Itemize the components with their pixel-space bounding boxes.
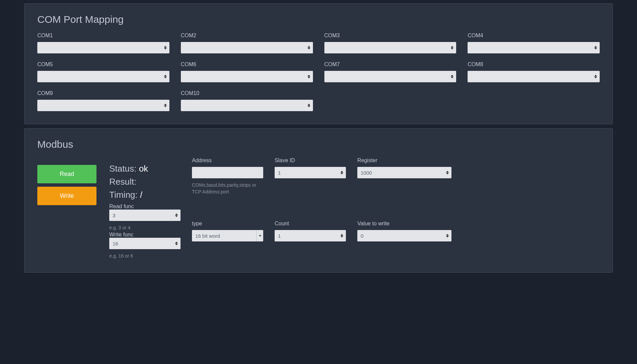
com5-spinner[interactable]	[164, 75, 167, 79]
write-func-input-wrap	[109, 238, 181, 249]
chevron-down-icon	[594, 48, 597, 50]
chevron-down-icon	[451, 48, 453, 50]
com3-spinner[interactable]	[451, 46, 453, 50]
status-and-func-column: Status: ok Result: Timing: / Read func	[109, 157, 181, 260]
chevron-up-icon	[308, 46, 310, 48]
com2-input-wrap	[181, 42, 313, 53]
chevron-up-icon	[594, 75, 597, 77]
com2-spinner[interactable]	[308, 46, 310, 50]
type-field: type	[192, 221, 263, 260]
com9-input[interactable]	[37, 100, 169, 111]
com4-input-wrap	[468, 42, 600, 53]
com7-input[interactable]	[324, 71, 456, 82]
writefunc-spinner[interactable]	[175, 242, 178, 245]
read-func-input-wrap	[109, 210, 181, 221]
read-func-input[interactable]	[109, 210, 181, 221]
chevron-up-icon	[594, 46, 597, 48]
write-func-help: e.g. 16 or 6	[109, 253, 181, 259]
slave-id-label: Slave ID	[275, 157, 346, 164]
com9-spinner[interactable]	[164, 104, 167, 107]
chevron-up-icon	[164, 46, 167, 48]
com3-input-wrap	[324, 42, 456, 53]
chevron-down-icon	[164, 48, 167, 50]
value-to-write-input[interactable]	[357, 230, 451, 241]
com8-spinner[interactable]	[594, 75, 597, 79]
chevron-down-icon	[175, 216, 178, 217]
write-func-input[interactable]	[109, 238, 181, 249]
chevron-down-icon	[308, 48, 310, 50]
write-func-label: Write func	[109, 232, 133, 237]
com2-field: COM2	[181, 33, 313, 53]
chevron-down-icon	[446, 236, 449, 238]
write-button[interactable]: Write	[37, 187, 96, 205]
count-input[interactable]	[275, 230, 346, 241]
status-value: ok	[139, 164, 148, 174]
chevron-up-icon	[451, 75, 453, 77]
chevron-down-icon	[164, 106, 167, 107]
chevron-up-icon	[164, 104, 167, 105]
chevron-up-icon	[164, 75, 167, 77]
com4-label: COM4	[468, 33, 600, 39]
chevron-down-icon	[446, 173, 449, 175]
com1-spinner[interactable]	[164, 46, 167, 50]
chevron-down-icon	[175, 244, 178, 245]
com1-input-wrap	[37, 42, 169, 53]
com1-input[interactable]	[37, 42, 169, 53]
type-select[interactable]	[192, 230, 263, 241]
com5-label: COM5	[37, 61, 169, 67]
read-func-help: e.g. 3 or 4	[109, 224, 181, 231]
count-spinner[interactable]	[341, 234, 343, 238]
timing-value: /	[140, 190, 143, 200]
chevron-down-icon	[164, 77, 167, 79]
com6-spinner[interactable]	[308, 75, 310, 79]
com2-input[interactable]	[181, 42, 313, 53]
register-field: Register	[357, 157, 451, 213]
com5-input[interactable]	[37, 71, 169, 82]
com10-field: COM10	[181, 90, 313, 111]
com3-label: COM3	[324, 33, 456, 39]
register-input[interactable]	[357, 167, 451, 178]
com1-label: COM1	[37, 33, 169, 39]
com6-input[interactable]	[181, 71, 313, 82]
chevron-up-icon	[308, 75, 310, 77]
com10-input-wrap	[181, 100, 313, 111]
type-label: type	[192, 221, 263, 227]
address-input[interactable]	[192, 167, 263, 178]
readfunc-spinner[interactable]	[175, 214, 178, 217]
type-select-wrap	[192, 230, 263, 241]
com5-field: COM5	[37, 61, 169, 82]
modbus-grid: Read Write Address COMx,baud,bits,parity…	[37, 157, 600, 260]
chevron-down-icon	[308, 77, 310, 79]
modbus-panel: Modbus Read Write Address COMx,baud,bits…	[24, 128, 613, 273]
slave-id-input-wrap	[275, 167, 346, 178]
com5-input-wrap	[37, 71, 169, 82]
register-spinner[interactable]	[446, 171, 449, 175]
com8-input[interactable]	[468, 71, 600, 82]
com9-input-wrap	[37, 100, 169, 111]
write-func-field: Write func e.g. 16 or 6	[109, 232, 181, 259]
chevron-up-icon	[451, 46, 453, 48]
slave-id-input[interactable]	[275, 167, 346, 178]
register-input-wrap	[357, 167, 451, 178]
value-to-write-input-wrap	[357, 230, 451, 241]
com7-spinner[interactable]	[451, 75, 453, 79]
read-button[interactable]: Read	[37, 165, 96, 183]
com10-input[interactable]	[181, 100, 313, 111]
com4-spinner[interactable]	[594, 46, 597, 50]
com10-label: COM10	[181, 90, 313, 96]
chevron-up-icon	[446, 171, 449, 173]
chevron-up-icon	[175, 242, 178, 243]
com6-label: COM6	[181, 61, 313, 67]
com9-label: COM9	[37, 90, 169, 96]
com8-label: COM8	[468, 61, 600, 67]
com3-input[interactable]	[324, 42, 456, 53]
slave-id-field: Slave ID	[275, 157, 346, 213]
com4-input[interactable]	[468, 42, 600, 53]
com10-spinner[interactable]	[308, 104, 310, 107]
result-line: Result:	[109, 177, 181, 187]
value-to-write-spinner[interactable]	[446, 234, 449, 238]
timing-label: Timing:	[109, 190, 140, 200]
slave-spinner[interactable]	[341, 171, 343, 175]
chevron-down-icon	[341, 173, 343, 175]
modbus-title: Modbus	[37, 139, 600, 150]
